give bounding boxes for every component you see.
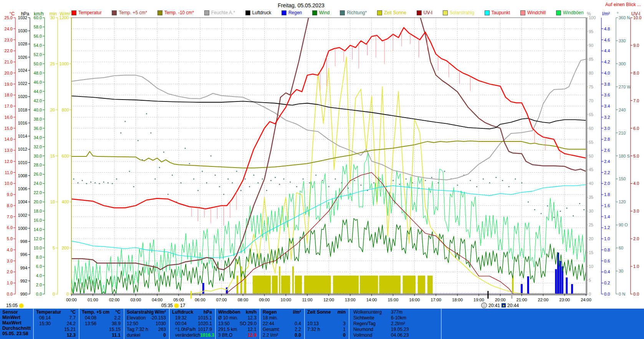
axis-tick-label: 9.0 <box>7 192 13 197</box>
wind-direction-dot <box>78 182 79 183</box>
axis-tick-label: 1.0 <box>633 264 639 269</box>
axis-tick-label: 80 <box>589 71 593 75</box>
axis-tick-label: 150 <box>619 176 626 181</box>
axis-tick-label: 0.0 <box>36 292 42 296</box>
wind-direction-dot <box>94 182 96 183</box>
time-axis-label: 19:00 <box>473 297 484 302</box>
rain-bar <box>560 261 561 294</box>
axis-tick-label: 2.4 <box>604 159 610 164</box>
axis-tick-label: 800 <box>62 108 69 112</box>
axis-tick-label: 25 <box>589 223 593 227</box>
table-cell-row: 15:3024.2 <box>34 321 79 327</box>
axis-tick-label: 8.0 <box>36 255 42 259</box>
wind-direction-dot <box>279 184 280 185</box>
axis-tick-label: 20.0 <box>5 71 13 75</box>
axis-tick-label: 100 <box>589 15 596 20</box>
axis-tick-label: 1006 <box>18 186 27 191</box>
axis-tick-label: 24.0 <box>5 27 13 31</box>
column-title: Solarstrahlg <box>127 309 154 315</box>
cell-value: 12.3 <box>67 332 76 338</box>
cell-key: ^1.0hPa/h <box>172 327 196 332</box>
wind-direction-dot <box>496 177 497 178</box>
axis-tick-label: 5.0 <box>7 236 13 241</box>
wind-direction-dot <box>573 215 574 216</box>
axis-unit-label: l/m² <box>602 11 610 17</box>
axis-tick-label: 0 N <box>619 292 625 296</box>
axis-tick-label: 4.0 <box>633 181 639 186</box>
sunrise-annotation: 05:35 17 <box>161 303 185 308</box>
moonrise-icon: ▲ <box>502 303 506 307</box>
axis-tick-label: 14.0 <box>34 227 42 232</box>
axis-tick-label: 5 <box>53 246 55 250</box>
axis-tick-label: 992 <box>20 279 27 283</box>
table-cell-row: ^1.0hPa/h1017.9 <box>170 327 215 332</box>
wind-direction-dot <box>296 186 297 187</box>
table-cell-row: Gesamt:2.2 <box>260 327 304 332</box>
axis-tick-label: 6.0 <box>7 225 13 230</box>
time-axis-label: 04:00 <box>152 297 163 302</box>
wind-direction-dot <box>560 211 561 212</box>
table-cell-row: 15.21 <box>34 327 79 332</box>
axis-tick-label: 90 <box>589 43 593 48</box>
cell-value: 11.1 <box>112 332 121 338</box>
axis-tick-label: 1000 <box>18 226 27 231</box>
time-axis-label: 00:00 <box>66 297 77 302</box>
axis-tick-label: 42.0 <box>34 98 42 103</box>
info-row: Neumond19.05.23 <box>349 327 441 332</box>
table-cell-row: 11.1 <box>79 332 124 338</box>
sunshine-bar <box>418 276 425 294</box>
column-unit: l/m² <box>293 309 301 315</box>
axis-tick-label: 15 <box>50 154 55 158</box>
wind-direction-dot <box>249 186 250 187</box>
axis-tick-label: 4.2 <box>604 60 610 64</box>
wind-direction-dot <box>129 171 130 172</box>
time-axis-label: 13:00 <box>345 297 356 302</box>
axis-tick-label: 240 <box>619 108 626 112</box>
axis-tick-label: 0.0 <box>633 292 639 296</box>
axis-tick-label: 3.6 <box>604 93 610 97</box>
time-axis-label: 15:00 <box>388 297 399 302</box>
wind-direction-dot <box>380 178 381 179</box>
wind-direction-dot <box>373 182 374 183</box>
sun-icon <box>174 304 179 308</box>
axis-tick-label: 13.0 <box>5 148 13 153</box>
axis-tick-label: 2.0 <box>36 282 42 287</box>
axis-tick-label: 7.0 <box>633 98 639 103</box>
info-key: Neumond <box>353 327 387 332</box>
axis-tick-label: 25.0 <box>5 15 13 20</box>
axis-tick-label: 55 <box>589 140 593 145</box>
axis-tick-label: 3.4 <box>604 104 610 108</box>
axis-tick-label: 34.0 <box>34 135 42 140</box>
table-cell-row: 13:5638.9 <box>79 321 124 327</box>
table-row-label: 05.05. 23:58 <box>0 331 33 336</box>
axis-tick-label: 23.0 <box>5 38 13 42</box>
axis-tick-label: 10.0 <box>633 15 641 20</box>
table-cell-row: 291.5 km12.1 <box>216 327 260 332</box>
cell-key: Elevation <box>127 315 146 321</box>
wind-direction-dot <box>262 178 263 179</box>
table-cell-row: 12.3 <box>34 332 79 338</box>
info-row: Wolkenunterg377m <box>349 309 441 315</box>
wind-direction-dot <box>406 178 407 179</box>
column-unit: min <box>338 309 346 315</box>
sunset-text: 20:41 <box>488 303 500 308</box>
wind-direction-dot <box>508 186 510 187</box>
axis-tick-label: 4.8 <box>604 27 610 31</box>
axis-tick-label: 30 <box>50 15 55 20</box>
cell-key <box>36 327 39 332</box>
weather-app-window: Freitag, 05.05.2023 Auf einen Blick ... … <box>0 0 644 339</box>
axis-tick-label: 400 <box>62 199 69 204</box>
cell-key <box>82 327 85 332</box>
table-row-label: Durchschnitt <box>0 326 33 331</box>
cell-key <box>82 332 85 338</box>
sunrise-text: 05:35 <box>161 303 173 308</box>
info-key: Sichtweite <box>353 315 387 321</box>
rain-bar <box>555 269 557 294</box>
axis-tick-label: 60 <box>619 246 623 250</box>
table-cell-row: 18 min. <box>260 315 304 321</box>
axis-tick-label: 994 <box>20 266 27 270</box>
wind-direction-dot <box>438 182 439 183</box>
cell-value: 0.4 <box>295 321 301 327</box>
info-value: 19.05.23 <box>391 327 409 332</box>
table-cell-row: 06:147.7 <box>34 315 79 321</box>
